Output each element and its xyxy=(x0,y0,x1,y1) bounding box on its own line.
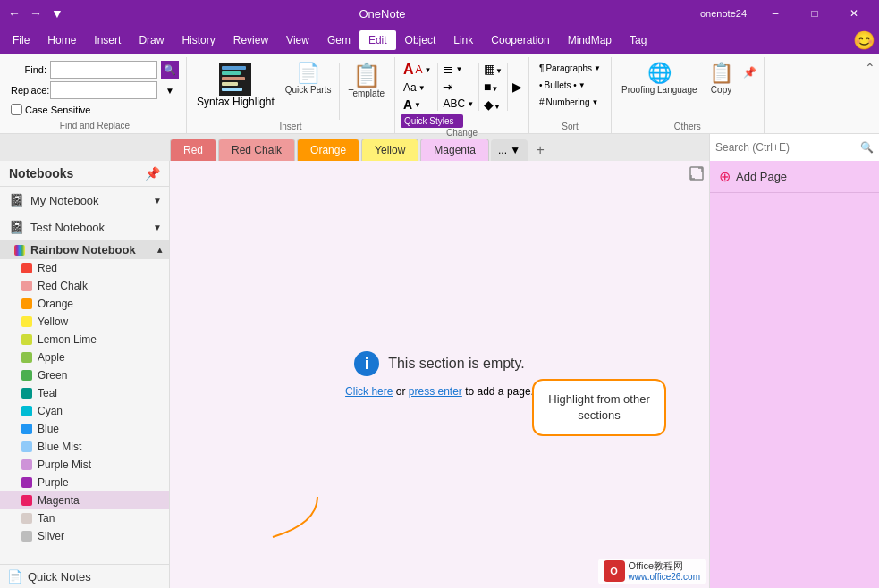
numbering-button[interactable]: # Numbering ▼ xyxy=(535,95,605,110)
menu-file[interactable]: File xyxy=(4,30,38,50)
emoji-icon[interactable]: 😊 xyxy=(853,29,875,51)
quick-notes-item[interactable]: 📄 Quick Notes xyxy=(0,564,169,588)
tab-and-search-bar: Red Red Chalk Orange Yellow Magenta ... … xyxy=(0,134,879,161)
section-red-chalk-label: Red Chalk xyxy=(38,280,88,292)
others-group-label: Others xyxy=(674,122,701,133)
section-tan[interactable]: Tan xyxy=(0,509,169,527)
quick-parts-icon: 📄 xyxy=(296,63,320,83)
sort-group: ¶ Paragraphs ▼ • Bullets • ▼ # Numbering… xyxy=(529,57,612,133)
minimize-button[interactable]: – xyxy=(757,0,793,27)
search-button[interactable]: 🔍 xyxy=(860,141,874,154)
menu-object[interactable]: Object xyxy=(396,30,445,50)
collapse-ribbon-btn[interactable]: ⌃ xyxy=(861,57,879,133)
press-enter-link[interactable]: press enter xyxy=(409,385,462,398)
maximize-button[interactable]: □ xyxy=(797,0,833,27)
menu-button[interactable]: ▼ xyxy=(50,6,64,21)
purple-mist-color-dot xyxy=(21,459,32,470)
font-color-btn[interactable]: Aa ▼ xyxy=(401,80,435,95)
test-notebook-item[interactable]: 📓 Test Notebook ▼ xyxy=(0,214,169,240)
section-blue[interactable]: Blue xyxy=(0,420,169,438)
menu-insert[interactable]: Insert xyxy=(85,30,130,50)
expand-button[interactable] xyxy=(689,166,704,183)
menu-cooperation[interactable]: Cooperation xyxy=(482,30,558,50)
close-button[interactable]: ✕ xyxy=(836,0,872,27)
numbering-icon: # xyxy=(539,97,545,107)
format3-btn[interactable]: ◆▼ xyxy=(483,97,503,113)
menu-tag[interactable]: Tag xyxy=(621,30,655,50)
menu-draw[interactable]: Draw xyxy=(130,30,173,50)
user-label: onenote24 xyxy=(700,8,747,19)
search-bar: 🔍 xyxy=(709,134,879,161)
shading-btn[interactable]: ■▼ xyxy=(483,79,503,95)
section-blue-mist[interactable]: Blue Mist xyxy=(0,438,169,456)
menu-home[interactable]: Home xyxy=(38,30,85,50)
tab-more-button[interactable]: ... ▼ xyxy=(491,139,528,161)
find-input[interactable] xyxy=(50,61,157,79)
section-silver[interactable]: Silver xyxy=(0,527,169,545)
cursor-btn[interactable]: ▶ xyxy=(511,79,523,95)
section-magenta[interactable]: Magenta xyxy=(0,491,169,509)
section-cyan[interactable]: Cyan xyxy=(0,402,169,420)
abc-btn[interactable]: ABC ▼ xyxy=(442,97,475,111)
section-teal[interactable]: Teal xyxy=(0,384,169,402)
border-btn[interactable]: ▦▼ xyxy=(483,61,503,77)
section-lemon[interactable]: Lemon Lime xyxy=(0,331,169,349)
find-label: Find: xyxy=(11,64,46,75)
forward-button[interactable]: → xyxy=(29,6,43,21)
menu-review[interactable]: Review xyxy=(224,30,277,50)
text-highlight-btn[interactable]: A ▼ xyxy=(401,97,435,113)
section-red-label: Red xyxy=(38,262,57,274)
menu-edit[interactable]: Edit xyxy=(359,30,396,50)
menu-mindmap[interactable]: MindMap xyxy=(559,30,621,50)
section-purple[interactable]: Purple xyxy=(0,474,169,491)
paste-btn[interactable]: 📌 xyxy=(741,64,758,80)
section-red[interactable]: Red xyxy=(0,259,169,277)
tab-red-chalk[interactable]: Red Chalk xyxy=(218,139,295,161)
quick-parts-button[interactable]: 📄 Quick Parts xyxy=(281,61,336,97)
replace-input[interactable] xyxy=(50,81,157,99)
case-sensitive-checkbox[interactable] xyxy=(11,104,22,115)
section-blue-mist-label: Blue Mist xyxy=(38,441,81,453)
section-teal-label: Teal xyxy=(38,387,57,399)
tab-magenta[interactable]: Magenta xyxy=(420,139,489,161)
tab-orange[interactable]: Orange xyxy=(297,139,359,161)
section-orange[interactable]: Orange xyxy=(0,295,169,313)
find-button[interactable]: 🔍 xyxy=(161,61,179,79)
add-page-button[interactable]: ⊕ Add Page xyxy=(710,161,879,193)
font-size-up-btn[interactable]: A A ▼ xyxy=(401,61,435,79)
tab-red[interactable]: Red xyxy=(170,139,216,161)
callout-text: Highlight from other sections xyxy=(548,392,649,422)
replace-options-btn[interactable]: ▼ xyxy=(161,81,179,99)
office-logo: O xyxy=(604,560,625,582)
quick-notes-label: Quick Notes xyxy=(28,570,91,584)
menu-gem[interactable]: Gem xyxy=(318,30,359,50)
copy-button[interactable]: 📋 Copy xyxy=(704,61,740,97)
template-button[interactable]: 📋 Template xyxy=(343,61,389,101)
empty-subtitle[interactable]: Click here or press enter to add a page. xyxy=(345,385,534,398)
proofing-language-button[interactable]: 🌐 Proofing Language xyxy=(617,61,702,97)
menu-view[interactable]: View xyxy=(277,30,318,50)
indent-btn[interactable]: ⇥ xyxy=(442,79,475,95)
sidebar-header: Notebooks 📌 xyxy=(0,161,169,187)
bullets-button[interactable]: • Bullets • ▼ xyxy=(535,78,605,93)
menu-link[interactable]: Link xyxy=(444,30,482,50)
menu-history[interactable]: History xyxy=(173,30,224,50)
syntax-highlight-button[interactable]: Syntax Highlight xyxy=(192,61,279,111)
syntax-preview xyxy=(219,63,251,96)
back-button[interactable]: ← xyxy=(7,6,21,21)
paragraphs-button[interactable]: ¶ Paragraphs ▼ xyxy=(535,61,605,76)
section-green[interactable]: Green xyxy=(0,366,169,384)
section-apple[interactable]: Apple xyxy=(0,349,169,366)
search-input[interactable] xyxy=(715,141,857,154)
my-notebook-item[interactable]: 📓 My Notebook ▼ xyxy=(0,187,169,214)
rainbow-notebook-header[interactable]: Rainbow Notebook ▴ xyxy=(0,240,169,259)
section-yellow[interactable]: Yellow xyxy=(0,313,169,331)
align-btn[interactable]: ≣ ▼ xyxy=(442,61,475,77)
quick-styles-button[interactable]: Quick Styles - xyxy=(401,114,463,128)
tab-add-button[interactable]: + xyxy=(529,139,551,161)
border-area: ▦▼ ■▼ ◆▼ xyxy=(483,61,503,113)
section-red-chalk[interactable]: Red Chalk xyxy=(0,277,169,295)
tab-yellow[interactable]: Yellow xyxy=(361,139,418,161)
section-purple-mist[interactable]: Purple Mist xyxy=(0,456,169,474)
click-here-link[interactable]: Click here xyxy=(345,385,393,398)
